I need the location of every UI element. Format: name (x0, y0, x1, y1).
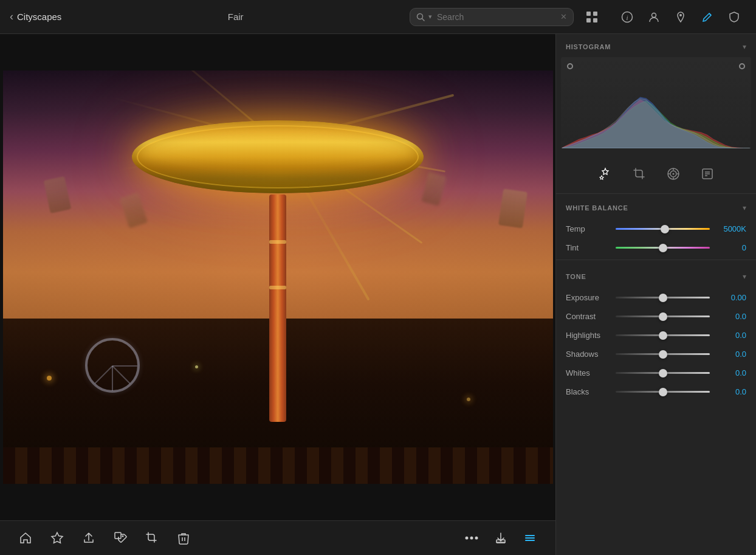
whites-slider[interactable] (616, 372, 710, 374)
shield-button[interactable] (722, 5, 746, 29)
svg-point-11 (122, 536, 124, 537)
svg-rect-10 (115, 533, 121, 539)
edit-button[interactable] (695, 5, 720, 29)
svg-rect-2 (586, 12, 591, 16)
white-balance-chevron-icon[interactable]: ▾ (743, 204, 746, 212)
photo-area (0, 34, 555, 555)
svg-point-15 (470, 537, 473, 540)
temp-label: Temp (566, 224, 610, 233)
section-divider-1 (556, 260, 756, 260)
blacks-label: Blacks (566, 387, 610, 396)
histogram-chart (561, 69, 751, 148)
svg-rect-5 (593, 18, 597, 22)
tag-button[interactable] (107, 525, 134, 551)
crop-button[interactable] (139, 525, 165, 551)
svg-rect-3 (593, 12, 597, 16)
histogram-section: HISTOGRAM ▾ (556, 34, 756, 154)
photo-container (0, 34, 555, 520)
location-button[interactable] (668, 5, 693, 29)
tool-icons-row (556, 154, 756, 194)
svg-rect-4 (586, 18, 591, 22)
search-input[interactable] (437, 12, 557, 22)
shadows-slider[interactable] (616, 353, 710, 355)
toolbar-icons: i (615, 5, 746, 29)
shadows-label: Shadows (566, 350, 610, 359)
pole-ring-2 (269, 286, 286, 289)
svg-text:i: i (626, 14, 628, 21)
album-title: Cityscapes (17, 12, 61, 22)
back-button[interactable]: ‹ Cityscapes (10, 10, 61, 23)
spoke-4 (95, 366, 113, 384)
selective-tool[interactable] (662, 163, 684, 185)
bokeh-1 (47, 376, 52, 381)
tint-slider-row: Tint 0 (556, 238, 756, 257)
whites-value: 0.0 (716, 368, 746, 377)
tone-label: TONE (566, 273, 586, 280)
blacks-slider-row: Blacks 0.0 (556, 382, 756, 401)
more-button[interactable] (458, 525, 485, 551)
temp-slider[interactable] (616, 228, 710, 230)
histogram-handle-left[interactable] (567, 63, 573, 69)
home-button[interactable] (12, 525, 39, 551)
details-tool[interactable] (696, 163, 718, 185)
star-button[interactable] (44, 525, 70, 551)
search-bar[interactable]: ▾ ✕ (410, 8, 574, 26)
spoke-2 (112, 366, 131, 384)
right-panel: HISTOGRAM ▾ (555, 34, 756, 555)
info-button[interactable]: i (615, 5, 639, 29)
histogram-canvas (561, 57, 751, 148)
svg-point-23 (672, 173, 674, 175)
contrast-value: 0.0 (716, 312, 746, 321)
trash-button[interactable] (170, 525, 197, 551)
contrast-slider-row: Contrast 0.0 (556, 307, 756, 326)
tint-value: 0 (716, 243, 746, 252)
whites-thumb[interactable] (659, 369, 667, 377)
blacks-value: 0.0 (716, 387, 746, 396)
photo-bottom-bar (0, 520, 555, 555)
barrier-stripes (3, 447, 553, 484)
carousel-pole (269, 195, 286, 422)
tone-section: TONE ▾ Exposure 0.00 Contrast 0.0 Highli… (556, 263, 756, 401)
shadows-slider-row: Shadows 0.0 (556, 345, 756, 364)
exposure-value: 0.00 (716, 293, 746, 302)
histogram-header: HISTOGRAM ▾ (556, 34, 756, 57)
temp-thumb[interactable] (661, 225, 669, 233)
tint-slider[interactable] (616, 247, 710, 249)
share-button[interactable] (75, 525, 102, 551)
spoke-1 (112, 365, 137, 367)
person-button[interactable] (642, 5, 666, 29)
photo-main (3, 71, 553, 484)
highlights-slider[interactable] (616, 334, 710, 336)
exposure-slider-row: Exposure 0.00 (556, 288, 756, 307)
highlights-value: 0.0 (716, 331, 746, 340)
white-balance-header: WHITE BALANCE ▾ (556, 194, 756, 219)
crop-tool[interactable] (628, 163, 650, 185)
auto-enhance-tool[interactable] (594, 163, 616, 185)
grid-view-button[interactable] (581, 6, 603, 28)
tint-thumb[interactable] (659, 244, 667, 252)
exposure-slider[interactable] (616, 297, 710, 298)
blacks-slider[interactable] (616, 391, 710, 393)
highlights-label: Highlights (566, 331, 610, 340)
exposure-thumb[interactable] (659, 294, 667, 302)
download-button[interactable] (487, 525, 514, 551)
contrast-slider[interactable] (616, 315, 710, 317)
svg-point-16 (475, 537, 478, 540)
spoke-3 (112, 366, 113, 391)
bokeh-3 (467, 398, 470, 401)
histogram-handle-right[interactable] (739, 63, 745, 69)
search-clear-icon[interactable]: ✕ (560, 12, 567, 21)
svg-point-8 (652, 13, 656, 17)
whites-slider-row: Whites 0.0 (556, 364, 756, 382)
highlights-thumb[interactable] (659, 331, 667, 340)
bokeh-2 (195, 365, 198, 368)
shadows-thumb[interactable] (659, 350, 667, 359)
histogram-chevron-icon[interactable]: ▾ (743, 43, 746, 51)
blacks-thumb[interactable] (659, 388, 667, 396)
tone-chevron-icon[interactable]: ▾ (743, 272, 746, 281)
whites-label: Whites (566, 368, 610, 377)
contrast-thumb[interactable] (659, 312, 667, 321)
histogram-label: HISTOGRAM (566, 43, 611, 50)
list-view-button[interactable] (517, 525, 543, 551)
top-bar: ‹ Cityscapes Fair ▾ ✕ i (0, 0, 756, 34)
